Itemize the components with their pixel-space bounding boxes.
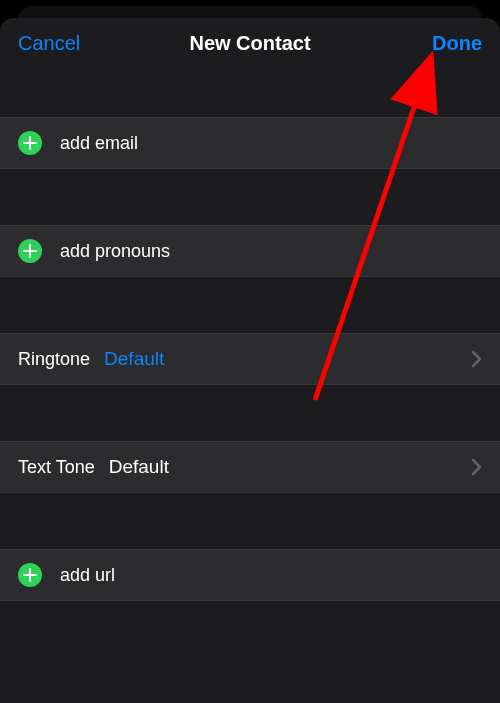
spacer bbox=[0, 493, 500, 549]
new-contact-sheet: Cancel New Contact Done add email add pr… bbox=[0, 18, 500, 703]
cancel-button[interactable]: Cancel bbox=[18, 32, 80, 54]
text-tone-row[interactable]: Text Tone Default bbox=[0, 441, 500, 493]
plus-icon bbox=[18, 131, 42, 155]
chevron-right-icon bbox=[471, 350, 482, 368]
add-pronouns-row[interactable]: add pronouns bbox=[0, 225, 500, 277]
plus-icon bbox=[18, 239, 42, 263]
text-tone-value: Default bbox=[109, 456, 471, 478]
spacer bbox=[0, 385, 500, 441]
add-pronouns-label: add pronouns bbox=[60, 241, 170, 262]
content-area: add email add pronouns Ringtone Default … bbox=[0, 67, 500, 601]
page-title: New Contact bbox=[134, 32, 366, 55]
ringtone-value: Default bbox=[104, 348, 471, 370]
spacer bbox=[0, 277, 500, 333]
done-button[interactable]: Done bbox=[432, 32, 482, 54]
spacer bbox=[0, 169, 500, 225]
chevron-right-icon bbox=[471, 458, 482, 476]
add-url-row[interactable]: add url bbox=[0, 549, 500, 601]
header-bar: Cancel New Contact Done bbox=[0, 18, 500, 67]
plus-icon bbox=[18, 563, 42, 587]
ringtone-row[interactable]: Ringtone Default bbox=[0, 333, 500, 385]
add-url-label: add url bbox=[60, 565, 115, 586]
ringtone-label: Ringtone bbox=[18, 349, 90, 370]
text-tone-label: Text Tone bbox=[18, 457, 95, 478]
add-email-label: add email bbox=[60, 133, 138, 154]
add-email-row[interactable]: add email bbox=[0, 117, 500, 169]
